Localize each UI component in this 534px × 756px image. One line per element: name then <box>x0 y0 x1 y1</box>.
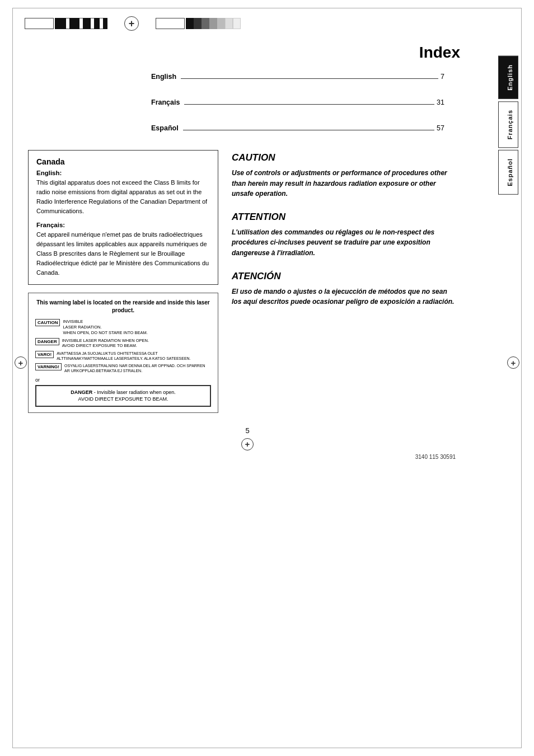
tab-english[interactable]: English <box>498 56 518 99</box>
warning-label-box: This warning label is located on the rea… <box>28 293 218 412</box>
warning-item-varning: VARNING! OSYNLIG LASERSTRALNING NAR DENN… <box>35 363 211 373</box>
toc-page-francais: 31 <box>437 98 444 106</box>
warning-item-varo: VARO! AVATTAESSA JA SUOJALUKTUS OHITETTA… <box>35 351 211 361</box>
varning-badge: VARNING! <box>35 363 62 370</box>
atencion-section-text: El uso de mando o ajustes o la ejecucció… <box>232 287 456 307</box>
attention-section-text: L'utilisation des commandes ou réglages … <box>232 227 456 259</box>
page-number: 5 <box>28 426 489 435</box>
danger-badge: DANGER <box>35 338 59 345</box>
caution-section: CAUTION Use of controls or adjustments o… <box>232 152 456 199</box>
toc-entry-english: English 7 <box>151 73 444 81</box>
varo-badge: VARO! <box>35 351 54 358</box>
warning-item-caution: CAUTION INVISIBLELASER RADIATION.WHEN OP… <box>35 319 211 335</box>
toc-label-espanol: Español <box>151 124 179 132</box>
tab-espanol[interactable]: Español <box>498 150 518 195</box>
caution-text: INVISIBLELASER RADIATION.WHEN OPEN, DO N… <box>63 319 147 335</box>
warning-item-danger: DANGER INVISIBLE LASER RADIATION WHEN OP… <box>35 338 211 349</box>
attention-section-title: ATTENTION <box>232 212 456 223</box>
toc-entry-francais: Français 31 <box>151 98 444 106</box>
varning-text: OSYNLIG LASERSTRALNING NAR DENNA DEL AR … <box>64 363 211 373</box>
warning-label-title: This warning label is located on the rea… <box>35 299 211 314</box>
toc-dots-espanol <box>183 130 434 130</box>
canada-francais-title: Français: <box>36 222 210 228</box>
danger-large-box: DANGER - Invisible laser radiation when … <box>35 385 211 407</box>
toc-page-espanol: 57 <box>437 124 444 132</box>
atencion-section: ATENCIÓN El uso de mando o ajustes o la … <box>232 271 456 307</box>
toc-page-english: 7 <box>441 73 444 81</box>
tab-francais[interactable]: Français <box>498 101 518 148</box>
caution-section-title: CAUTION <box>232 152 456 163</box>
toc-label-francais: Français <box>151 98 180 106</box>
varo-text: AVATTAESSA JA SUOJALUKTUS OHITETTAESSA O… <box>57 351 211 361</box>
or-divider: or <box>35 377 211 383</box>
danger-text: INVISIBLE LASER RADIATION WHEN OPEN.AVOI… <box>62 338 149 349</box>
toc-section: English 7 Français 31 Español 57 <box>28 73 489 132</box>
caution-section-text: Use of controls or adjustments or perfor… <box>232 168 456 199</box>
attention-section: ATTENTION L'utilisation des commandes ou… <box>232 212 456 259</box>
page-title: Index <box>28 44 489 62</box>
canada-francais-text: Cet appareil numérique n'emet pas de bru… <box>36 230 210 278</box>
canada-english-text: This digital apparatus does not exceed t… <box>36 178 210 216</box>
doc-number: 3140 115 30591 <box>28 454 489 460</box>
toc-dots-francais <box>184 104 434 105</box>
atencion-section-title: ATENCIÓN <box>232 271 456 282</box>
danger-large-text: DANGER - Invisible laser radiation when … <box>41 389 205 403</box>
toc-entry-espanol: Español 57 <box>151 124 444 132</box>
canada-english-title: English: <box>36 170 210 176</box>
bottom-crosshair-icon: + <box>28 438 489 450</box>
toc-label-english: English <box>151 73 176 81</box>
toc-dots-english <box>181 78 438 79</box>
canada-title: Canada <box>36 157 210 166</box>
language-tabs: English Français Español <box>498 56 518 195</box>
canada-box: Canada English: This digital apparatus d… <box>28 150 218 285</box>
caution-badge: CAUTION <box>35 319 60 326</box>
